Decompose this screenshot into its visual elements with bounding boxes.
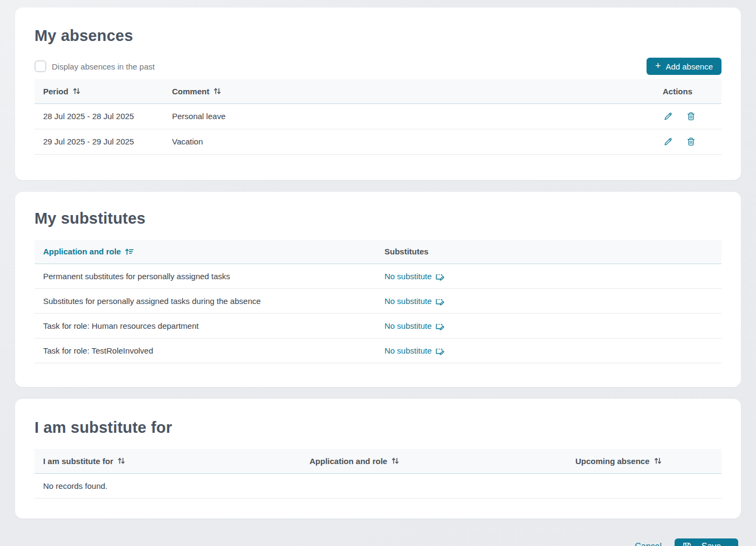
substitute-scope: Task for role: Human resources departmen…: [35, 314, 376, 338]
column-header-actions: Actions: [654, 79, 721, 103]
save-button[interactable]: Save: [675, 538, 738, 546]
substitute-row: Permanent substitutes for personally ass…: [35, 264, 721, 289]
empty-row: No records found.: [35, 473, 721, 498]
i-am-substitute-for-card: I am substitute for I am substitute for: [15, 399, 741, 519]
substitutes-table: Application and role Substitutes Permane…: [35, 240, 721, 364]
delete-absence-button[interactable]: [685, 136, 696, 147]
checkbox-label: Display absences in the past: [52, 62, 155, 71]
add-absence-label: Add absence: [665, 62, 713, 71]
my-absences-title: My absences: [35, 27, 721, 45]
substitute-row: Substitutes for personally assigned task…: [35, 289, 721, 314]
column-header-application-role[interactable]: Application and role: [301, 449, 567, 473]
column-header-comment[interactable]: Comment: [163, 79, 654, 103]
pencil-icon: [663, 112, 673, 121]
delete-absence-button[interactable]: [685, 111, 696, 122]
checkbox-icon[interactable]: [35, 60, 46, 72]
substitute-scope: Permanent substitutes for personally ass…: [35, 264, 376, 289]
add-absence-button[interactable]: + Add absence: [647, 58, 721, 75]
substitute-for-table: I am substitute for Application and role: [35, 449, 721, 499]
column-header-i-am-substitute-for[interactable]: I am substitute for: [35, 449, 301, 473]
no-substitute-link[interactable]: No substitute: [384, 296, 445, 306]
column-header-substitutes: Substitutes: [376, 240, 721, 264]
column-header-upcoming-absence[interactable]: Upcoming absence: [567, 449, 721, 473]
my-absences-card: My absences Display absences in the past…: [15, 8, 741, 180]
display-past-absences-checkbox[interactable]: Display absences in the past: [35, 60, 155, 72]
substitute-scope: Substitutes for personally assigned task…: [35, 289, 376, 314]
my-substitutes-card: My substitutes Application and role Subs…: [15, 192, 741, 388]
absences-toolbar: Display absences in the past + Add absen…: [35, 58, 721, 75]
column-header-application-role[interactable]: Application and role: [35, 240, 376, 264]
sort-icon[interactable]: [213, 87, 222, 95]
absence-row: 28 Jul 2025 - 28 Jul 2025 Personal leave: [35, 103, 721, 129]
sort-icon[interactable]: [117, 457, 126, 465]
absence-comment: Vacation: [163, 129, 654, 154]
i-am-substitute-for-title: I am substitute for: [35, 419, 721, 437]
edit-substitute-icon: [435, 272, 445, 281]
plus-icon: +: [655, 61, 661, 71]
no-substitute-link[interactable]: No substitute: [384, 321, 445, 330]
cancel-button[interactable]: Cancel: [635, 542, 662, 546]
edit-absence-button[interactable]: [663, 136, 673, 147]
absence-row: 29 Jul 2025 - 29 Jul 2025 Vacation: [35, 129, 721, 154]
substitute-row: Task for role: TestRoleInvolved No subst…: [35, 338, 721, 363]
absence-settings-page: My absences Display absences in the past…: [0, 0, 756, 546]
sort-icon[interactable]: [654, 457, 662, 465]
absences-table: Period Comment Actions: [35, 79, 721, 155]
empty-message: No records found.: [35, 473, 721, 498]
absence-comment: Personal leave: [163, 103, 654, 129]
sort-ascending-icon[interactable]: [125, 247, 134, 256]
column-header-period[interactable]: Period: [35, 79, 163, 103]
no-substitute-link[interactable]: No substitute: [384, 346, 445, 355]
sort-icon[interactable]: [72, 87, 81, 95]
pencil-icon: [663, 137, 673, 147]
no-substitute-link[interactable]: No substitute: [384, 272, 445, 281]
sort-icon[interactable]: [391, 457, 400, 465]
edit-substitute-icon: [435, 297, 445, 306]
absence-period: 29 Jul 2025 - 29 Jul 2025: [35, 129, 163, 154]
substitute-scope: Task for role: TestRoleInvolved: [35, 338, 376, 363]
edit-substitute-icon: [435, 347, 445, 355]
edit-absence-button[interactable]: [663, 111, 673, 122]
my-substitutes-title: My substitutes: [35, 210, 721, 227]
page-footer: Cancel Save: [15, 538, 738, 546]
edit-substitute-icon: [435, 322, 445, 330]
trash-icon: [686, 112, 696, 121]
absence-period: 28 Jul 2025 - 28 Jul 2025: [35, 103, 163, 129]
substitute-row: Task for role: Human resources departmen…: [35, 314, 721, 338]
trash-icon: [686, 137, 696, 147]
save-icon: [682, 542, 692, 546]
